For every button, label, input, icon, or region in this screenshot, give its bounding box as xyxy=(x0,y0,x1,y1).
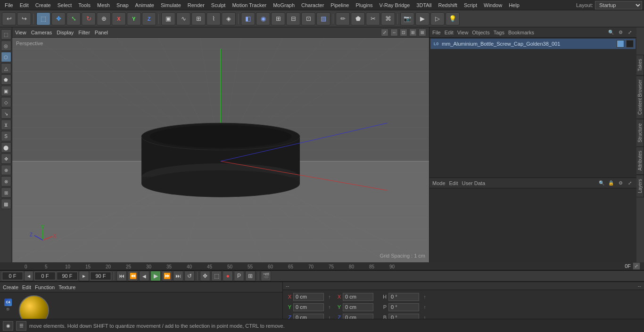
objects-objects-menu[interactable]: Objects xyxy=(472,30,489,35)
objects-tags-menu[interactable]: Tags xyxy=(494,30,504,35)
mat-edit-menu[interactable]: Edit xyxy=(22,284,31,290)
render-queue-btn[interactable]: ▷ xyxy=(430,12,445,25)
menu-vray[interactable]: V-Ray Bridge xyxy=(377,1,413,9)
attrs-settings-icon[interactable]: ⚙ xyxy=(617,179,624,187)
effector-btn[interactable]: ◈ xyxy=(222,12,236,25)
loop-btn[interactable]: ↺ xyxy=(184,271,195,281)
objects-search-icon[interactable]: 🔍 xyxy=(607,29,615,36)
left-btn-12[interactable]: ✥ xyxy=(1,154,11,164)
objects-edit-menu[interactable]: Edit xyxy=(445,30,454,35)
status-icon-1[interactable]: ◉ xyxy=(3,321,13,331)
attrs-userdata-menu[interactable]: User Data xyxy=(462,180,486,186)
viewport-icon-2[interactable]: ↔ xyxy=(390,29,398,36)
status-icon-2[interactable]: ☰ xyxy=(16,321,26,331)
menu-edit[interactable]: Edit xyxy=(17,1,32,9)
keyframe-sel-btn[interactable]: ⬚ xyxy=(211,271,222,281)
menu-character[interactable]: Character xyxy=(298,1,327,9)
pen-tool-btn[interactable]: ✏ xyxy=(336,12,350,25)
layout-dropdown[interactable]: Startup xyxy=(595,1,642,9)
left-btn-14[interactable]: ⊗ xyxy=(1,176,11,186)
generator-btn[interactable]: ⊞ xyxy=(191,12,206,25)
left-btn-7[interactable]: ◇ xyxy=(1,97,11,107)
z-axis-btn[interactable]: Z xyxy=(142,12,156,25)
tab-attributes[interactable]: Attributes xyxy=(636,146,644,175)
start-frame-input[interactable] xyxy=(2,272,23,280)
deformer-btn[interactable]: ⌇ xyxy=(206,12,221,25)
timeline-grid-btn[interactable]: ⊞ xyxy=(245,271,256,281)
render-active-btn[interactable]: ▶ xyxy=(415,12,429,25)
coord-h-rot[interactable] xyxy=(388,293,419,301)
left-btn-16[interactable]: ▩ xyxy=(1,199,11,209)
menu-3dtall[interactable]: 3DTAll xyxy=(413,1,434,9)
left-btn-3[interactable]: ⬡ xyxy=(1,52,11,62)
viewport-menu-view[interactable]: View xyxy=(15,30,26,35)
menu-motion-tracker[interactable]: Motion Tracker xyxy=(229,1,269,9)
rotate-tool-btn[interactable]: ↻ xyxy=(82,12,96,25)
goto-end-btn[interactable]: ⏭ xyxy=(173,271,183,281)
viewport-anim-btn[interactable]: ⊡ xyxy=(301,12,315,25)
attrs-lock-icon[interactable]: 🔒 xyxy=(607,179,615,187)
menu-plugins[interactable]: Plugins xyxy=(353,1,375,9)
left-btn-10[interactable]: S xyxy=(1,131,11,141)
play-reverse-btn[interactable]: ◀ xyxy=(139,271,149,281)
attrs-mode-menu[interactable]: Mode xyxy=(432,180,446,186)
left-btn-13[interactable]: ⊕ xyxy=(1,165,11,175)
y-axis-btn[interactable]: Y xyxy=(127,12,141,25)
left-btn-2[interactable]: ◎ xyxy=(1,40,11,51)
coord-x-pos[interactable] xyxy=(293,293,324,301)
left-btn-15[interactable]: ⊞ xyxy=(1,187,11,198)
viewport-menu-cameras[interactable]: Cameras xyxy=(31,30,52,35)
viewport[interactable]: View Cameras Display Filter Panel ⤢ ↔ ⊡ … xyxy=(12,27,429,262)
goto-start-btn[interactable]: ⏮ xyxy=(116,271,127,281)
transform-tool-btn[interactable]: ⊕ xyxy=(97,12,111,25)
scale-tool-btn[interactable]: ⤡ xyxy=(66,12,81,25)
frame-step-up-btn[interactable]: ▶ xyxy=(79,271,89,281)
menu-create[interactable]: Create xyxy=(33,1,54,9)
viewport-menu-filter[interactable]: Filter xyxy=(78,30,90,35)
viewport-menu-panel[interactable]: Panel xyxy=(95,30,108,35)
tab-layers[interactable]: Layers xyxy=(636,175,644,197)
current-frame-input[interactable] xyxy=(34,272,56,280)
viewport-icon-3[interactable]: ⊡ xyxy=(400,29,407,36)
menu-sculpt[interactable]: Sculpt xyxy=(208,1,229,9)
attrs-expand-icon[interactable]: ⤢ xyxy=(626,179,634,187)
left-btn-5[interactable]: ⬟ xyxy=(1,74,11,85)
menu-window[interactable]: Window xyxy=(481,1,505,9)
motion-record-btn[interactable]: P xyxy=(234,271,244,281)
menu-mesh[interactable]: Mesh xyxy=(94,1,113,9)
left-btn-8[interactable]: ↘ xyxy=(1,108,11,119)
objects-view-menu[interactable]: View xyxy=(457,30,469,35)
tab-structure[interactable]: Structure xyxy=(636,119,644,147)
keyframe-add-btn[interactable]: ✥ xyxy=(200,271,210,281)
paint-btn[interactable]: ⬟ xyxy=(351,12,365,25)
mat-texture-menu[interactable]: Texture xyxy=(58,284,75,290)
left-btn-11[interactable]: ⬤ xyxy=(1,142,11,153)
record-btn[interactable]: ● xyxy=(223,271,233,281)
timeline-film-btn[interactable]: 🎬 xyxy=(261,271,271,281)
objects-file-menu[interactable]: File xyxy=(432,30,441,35)
viewport-circle-btn[interactable]: ◉ xyxy=(256,12,270,25)
menu-redshift[interactable]: Redshift xyxy=(436,1,460,9)
viewport-menu-display[interactable]: Display xyxy=(57,30,74,35)
viewport-icon-1[interactable]: ⤢ xyxy=(381,29,388,36)
attrs-search-icon[interactable]: 🔍 xyxy=(598,179,605,187)
tab-takes[interactable]: Takes xyxy=(636,55,644,75)
redo-btn[interactable]: ↪ xyxy=(17,12,31,25)
menu-animate[interactable]: Animate xyxy=(132,1,157,9)
viewport-grid-btn[interactable]: ⊞ xyxy=(271,12,285,25)
object-row-main[interactable]: L0 mm_Aluminium_Bottle_Screw_Cap_Golden3… xyxy=(430,39,636,49)
viewport-icon-4[interactable]: ⊞ xyxy=(409,29,417,36)
menu-help[interactable]: Help xyxy=(506,1,522,9)
menu-pipeline[interactable]: Pipeline xyxy=(328,1,352,9)
viewport-icon-5[interactable]: ⊞ xyxy=(419,29,426,36)
x-axis-btn[interactable]: X xyxy=(112,12,126,25)
coord-y-pos[interactable] xyxy=(293,303,324,311)
left-btn-9[interactable]: ⊻ xyxy=(1,120,11,130)
menu-snap[interactable]: Snap xyxy=(114,1,132,9)
knife-btn[interactable]: ✂ xyxy=(366,12,380,25)
step-back-btn[interactable]: ⏪ xyxy=(128,271,138,281)
frame-step-down-btn[interactable]: ◀ xyxy=(24,271,33,281)
spline-btn[interactable]: ∿ xyxy=(176,12,190,25)
viewport-4view-btn[interactable]: ⊟ xyxy=(286,12,300,25)
left-btn-6[interactable]: ▣ xyxy=(1,86,11,96)
